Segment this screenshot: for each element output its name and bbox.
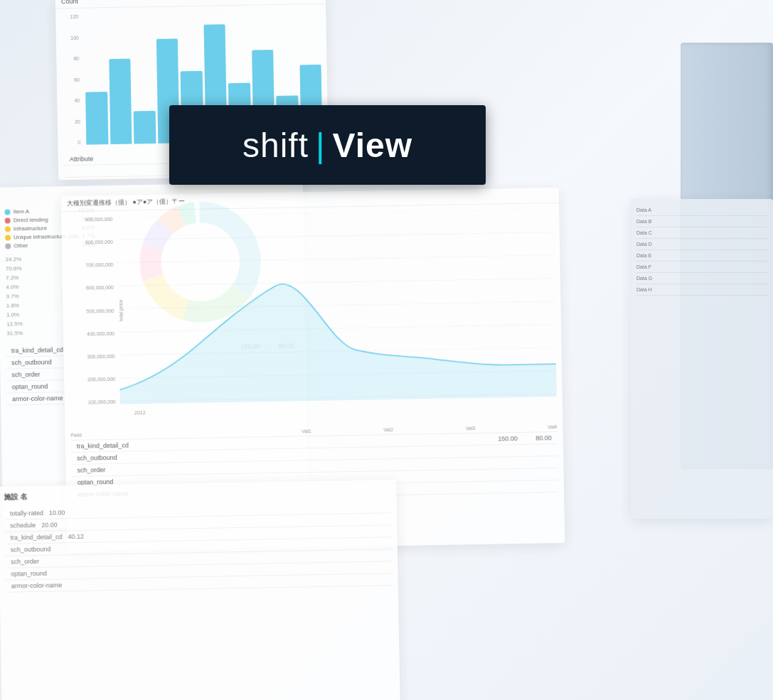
stat: Data A: [636, 205, 767, 216]
logo-shift: shift: [242, 126, 309, 165]
logo-text: shift | View: [242, 126, 412, 165]
y-label: 200,000,000: [70, 377, 115, 382]
stat: Data G: [636, 273, 767, 284]
panel-bottom-content: 施設 名 totally-rated 10.00 schedule 20.00 …: [0, 480, 398, 598]
panel-right-mid: Data A Data B Data C Data D Data E Data …: [631, 199, 773, 519]
stat: Data C: [636, 227, 767, 239]
svg-line-11: [118, 279, 555, 286]
y-label: 40: [63, 98, 80, 103]
y-label: 400,000,000: [69, 330, 114, 336]
x-axis-label: 2012: [134, 410, 146, 415]
legend-label: Infrastructure: [14, 225, 47, 232]
logo-view: View: [332, 126, 412, 165]
legend-label: Direct lending: [14, 217, 48, 224]
legend-label: Item A: [13, 208, 29, 215]
legend-dot: [5, 217, 11, 223]
stat: Data H: [636, 284, 767, 296]
stat: Data B: [636, 216, 767, 227]
line-chart: total price: [117, 209, 557, 404]
y-label: 600,000,000: [68, 285, 114, 291]
y-label: 80: [62, 56, 79, 61]
panel-bottom-title: 施設 名: [4, 485, 390, 502]
svg-line-10: [117, 255, 554, 263]
y-label: 500,000,000: [68, 308, 114, 313]
logo-banner: shift | View: [169, 105, 486, 185]
legend-label: Other: [14, 242, 28, 249]
bar: [85, 92, 108, 144]
stat: Data D: [636, 239, 767, 250]
bar: [134, 111, 156, 144]
y-label: 100: [62, 35, 79, 40]
svg-line-8: [117, 209, 553, 217]
legend-dot: [5, 226, 11, 232]
y-label: 0: [63, 140, 80, 145]
bar: [109, 59, 132, 144]
svg-line-9: [117, 232, 554, 240]
y-label: 60: [63, 77, 80, 82]
svg-line-12: [118, 301, 555, 309]
y-label: 300,000,000: [70, 354, 115, 360]
legend-dot: [5, 235, 11, 240]
svg-line-13: [119, 325, 555, 333]
panel-bottom: 施設 名 totally-rated 10.00 schedule 20.00 …: [0, 480, 400, 700]
legend-dot: [5, 243, 11, 249]
legend-dot: [4, 209, 10, 215]
logo-divider: |: [316, 126, 325, 165]
y-label: 20: [63, 119, 80, 124]
stat: Data E: [636, 250, 767, 262]
y-label: 700,000,000: [68, 262, 113, 268]
y-label: 100,000,000: [70, 399, 116, 405]
y-label: 900,000,000: [67, 217, 112, 222]
line-chart-svg: [117, 209, 557, 404]
stat: Data F: [636, 262, 767, 273]
y-axis-title: total price: [118, 299, 124, 321]
y-label: 800,000,000: [68, 239, 113, 245]
right-panel-content: Data A Data B Data C Data D Data E Data …: [631, 199, 773, 301]
y-label: 120: [61, 14, 78, 19]
